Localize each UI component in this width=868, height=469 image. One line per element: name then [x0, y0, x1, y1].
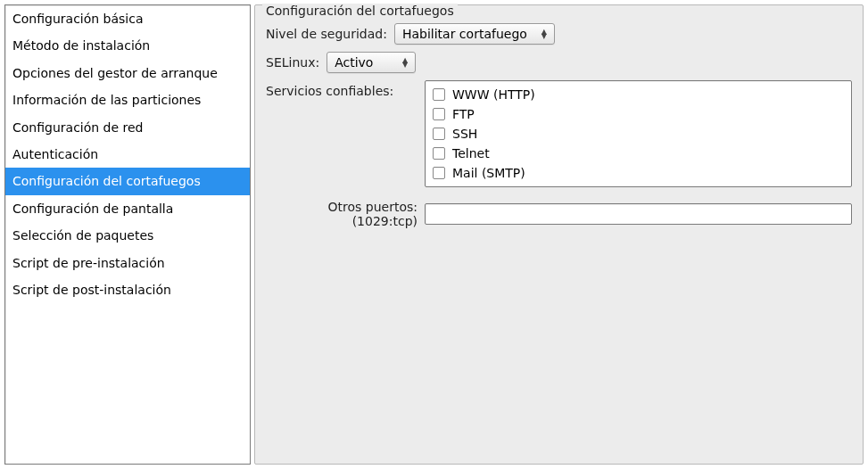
security-level-select[interactable]: Habilitar cortafuego ▲▼: [394, 23, 555, 45]
service-checkbox-4[interactable]: [433, 167, 445, 179]
sidebar-item-7[interactable]: Configuración de pantalla: [5, 195, 250, 222]
sidebar-item-6[interactable]: Configuración del cortafuegos: [5, 168, 250, 194]
other-ports-input[interactable]: [425, 203, 852, 225]
sidebar-list: Configuración básicaMétodo de instalació…: [4, 4, 251, 465]
selinux-label: SELinux:: [266, 55, 319, 70]
panel-title: Configuración del cortafuegos: [262, 4, 458, 18]
selinux-select[interactable]: Activo ▲▼: [327, 52, 416, 73]
trusted-services-row: Servicios confiables: WWW (HTTP)FTPSSHTe…: [266, 80, 852, 187]
main-panel: Configuración del cortafuegos Nivel de s…: [254, 4, 864, 465]
sidebar-item-3[interactable]: Información de las particiones: [5, 86, 250, 113]
sidebar-item-9[interactable]: Script de pre-instalación: [5, 250, 250, 276]
service-item-2: SSH: [431, 124, 846, 144]
sidebar-item-10[interactable]: Script de post-instalación: [5, 276, 250, 303]
service-checkbox-3[interactable]: [433, 147, 445, 160]
service-label-0: WWW (HTTP): [452, 87, 535, 102]
service-label-2: SSH: [452, 127, 477, 141]
service-item-0: WWW (HTTP): [431, 85, 846, 104]
service-item-1: FTP: [431, 104, 846, 124]
service-checkbox-1[interactable]: [433, 108, 445, 120]
sidebar-item-0[interactable]: Configuración básica: [5, 5, 250, 32]
trusted-services-label: Servicios confiables:: [266, 80, 417, 98]
sidebar-item-1[interactable]: Método de instalación: [5, 32, 250, 59]
sidebar-item-2[interactable]: Opciones del gestor de arranque: [5, 60, 250, 86]
selinux-row: SELinux: Activo ▲▼: [266, 52, 852, 73]
service-label-3: Telnet: [452, 146, 490, 160]
service-checkbox-0[interactable]: [433, 88, 445, 101]
sidebar-item-8[interactable]: Selección de paquetes: [5, 222, 250, 249]
other-ports-label: Otros puertos: (1029:tcp): [266, 200, 417, 228]
security-level-row: Nivel de seguridad: Habilitar cortafuego…: [266, 23, 852, 45]
service-label-1: FTP: [452, 107, 475, 121]
service-item-4: Mail (SMTP): [431, 163, 846, 183]
selinux-value: Activo: [335, 55, 373, 70]
security-level-value: Habilitar cortafuego: [402, 27, 527, 41]
updown-icon: ▲▼: [541, 29, 547, 38]
service-item-3: Telnet: [431, 144, 846, 163]
updown-icon: ▲▼: [402, 58, 408, 67]
security-level-label: Nivel de seguridad:: [266, 27, 387, 41]
trusted-services-box: WWW (HTTP)FTPSSHTelnetMail (SMTP): [425, 80, 852, 187]
service-label-4: Mail (SMTP): [452, 166, 525, 180]
sidebar-item-4[interactable]: Configuración de red: [5, 114, 250, 141]
service-checkbox-2[interactable]: [433, 128, 445, 140]
sidebar-item-5[interactable]: Autenticación: [5, 141, 250, 168]
other-ports-row: Otros puertos: (1029:tcp): [266, 200, 852, 228]
